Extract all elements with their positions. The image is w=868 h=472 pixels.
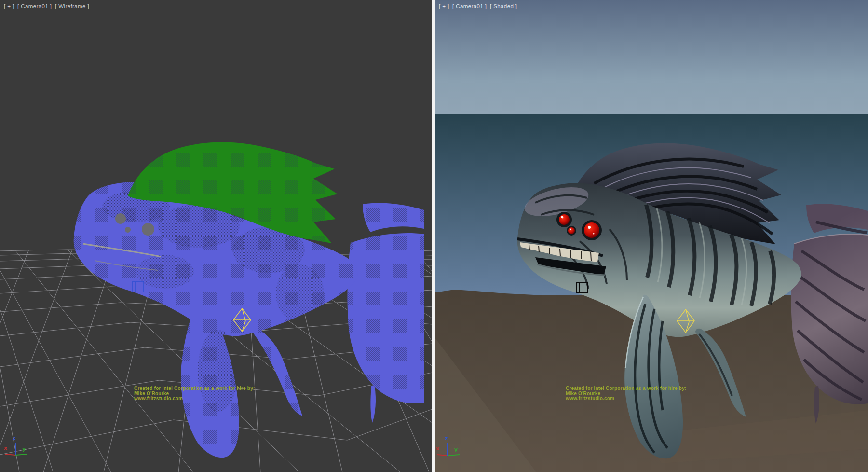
viewport-menu-plus[interactable]: [ + ]	[439, 3, 449, 9]
max-dual-viewport-window: [ + ] [ Camera01 ] [ Wireframe ] Created…	[0, 0, 868, 472]
viewport-label: [ + ] [ Camera01 ] [ Wireframe ]	[4, 3, 91, 9]
axis-x-label: x	[4, 445, 7, 451]
viewport-menu-shading-mode[interactable]: [ Wireframe ]	[55, 3, 89, 9]
credit-line-3: www.fritzstudio.com	[134, 396, 255, 402]
axis-z-label: z	[445, 435, 448, 442]
viewport-wireframe[interactable]: [ + ] [ Camera01 ] [ Wireframe ] Created…	[0, 0, 432, 472]
scene-credit-text: Created for Intel Corporation as a work …	[566, 386, 686, 402]
axis-z-label: z	[13, 435, 15, 441]
viewport-menu-plus[interactable]: [ + ]	[4, 3, 14, 9]
viewport-menu-shading-mode[interactable]: [ Shaded ]	[490, 3, 517, 9]
viewport-label: [ + ] [ Camera01 ] [ Shaded ]	[439, 3, 518, 9]
axis-x-label: x	[436, 445, 439, 452]
axis-y-label: y	[22, 446, 26, 452]
viewport-menu-camera[interactable]: [ Camera01 ]	[17, 3, 52, 9]
viewport-shaded[interactable]: [ + ] [ Camera01 ] [ Shaded ] Created fo…	[435, 0, 868, 472]
credit-line-1: Created for Intel Corporation as a work …	[134, 386, 255, 391]
axis-y-label: y	[454, 446, 458, 453]
sky	[435, 0, 868, 114]
credit-line-3: www.fritzstudio.com	[566, 396, 686, 402]
credit-line-1: Created for Intel Corporation as a work …	[566, 386, 686, 391]
scene-credit-text: Created for Intel Corporation as a work …	[134, 386, 255, 402]
viewport-menu-camera[interactable]: [ Camera01 ]	[452, 3, 487, 9]
